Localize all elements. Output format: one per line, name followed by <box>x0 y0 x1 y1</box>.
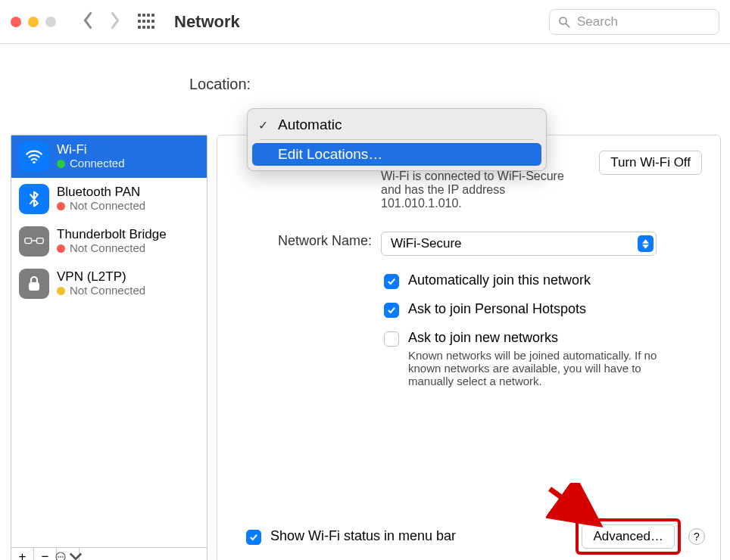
content: Location: Wi-Fi Connected <box>0 44 730 560</box>
bluetooth-icon <box>19 184 49 214</box>
svg-marker-10 <box>642 239 649 243</box>
checkmark-icon: ✓ <box>258 118 270 132</box>
lock-icon <box>19 269 49 299</box>
location-option-edit[interactable]: ✓ Edit Locations… <box>252 143 541 166</box>
svg-point-0 <box>560 17 566 24</box>
location-label: Location: <box>189 76 251 93</box>
service-status: Not Connected <box>70 200 145 213</box>
services-list[interactable]: Wi-Fi Connected Bluetooth PAN Not Connec… <box>11 135 207 547</box>
ellipsis-circle-icon <box>54 550 67 561</box>
service-detail-pane: Status: Connected Wi-Fi is connected to … <box>217 135 721 560</box>
svg-point-2 <box>33 161 35 163</box>
status-dot <box>57 244 65 253</box>
service-status: Not Connected <box>70 242 145 255</box>
service-status: Connected <box>70 157 125 170</box>
network-name-select[interactable]: WiFi-Secure <box>381 232 657 256</box>
service-name: Wi-Fi <box>57 143 125 157</box>
status-dot <box>57 287 65 295</box>
window-controls <box>11 17 56 27</box>
service-row-thunderbolt-bridge[interactable]: Thunderbolt Bridge Not Connected <box>11 220 207 263</box>
status-dot <box>57 202 65 210</box>
status-description: Wi-Fi is connected to WiFi-Secure and ha… <box>381 170 585 210</box>
show-status-menu-bar-label: Show Wi-Fi status in menu bar <box>270 528 456 544</box>
service-name: Bluetooth PAN <box>57 185 145 200</box>
service-status: Not Connected <box>70 285 145 297</box>
location-dropdown[interactable]: ✓ Automatic ✓ Edit Locations… <box>247 108 547 171</box>
ask-hotspots-label: Ask to join Personal Hotspots <box>408 301 586 317</box>
svg-point-9 <box>62 556 64 558</box>
ask-new-networks-label: Ask to join new networks <box>408 330 666 346</box>
thunderbolt-bridge-icon <box>19 226 49 257</box>
auto-join-checkbox[interactable] <box>384 274 399 289</box>
select-stepper-icon <box>638 235 654 252</box>
service-name: VPN (L2TP) <box>57 270 145 285</box>
show-status-menu-bar-checkbox[interactable] <box>246 530 261 545</box>
search-placeholder: Search <box>577 14 618 30</box>
location-option-label: Edit Locations… <box>278 146 382 163</box>
titlebar: Network Search <box>0 0 730 44</box>
svg-point-8 <box>60 556 61 558</box>
chevron-down-icon <box>69 550 83 561</box>
window-title: Network <box>174 12 240 32</box>
back-button[interactable] <box>82 11 94 33</box>
zoom-window-button[interactable] <box>45 17 56 27</box>
show-all-prefs-button[interactable] <box>138 14 154 30</box>
close-window-button[interactable] <box>11 17 21 27</box>
network-services-list: Wi-Fi Connected Bluetooth PAN Not Connec… <box>11 135 207 560</box>
svg-marker-11 <box>642 244 649 248</box>
service-name: Thunderbolt Bridge <box>57 228 167 242</box>
svg-line-1 <box>566 23 569 27</box>
network-name-value: WiFi-Secure <box>391 236 462 251</box>
minimize-window-button[interactable] <box>28 17 39 27</box>
nav-arrows <box>82 11 121 33</box>
service-row-vpn[interactable]: VPN (L2TP) Not Connected <box>11 263 207 305</box>
search-field[interactable]: Search <box>549 9 719 35</box>
network-name-label: Network Name: <box>236 232 372 256</box>
svg-rect-4 <box>36 238 43 244</box>
wifi-icon <box>19 142 49 172</box>
service-row-bluetooth-pan[interactable]: Bluetooth PAN Not Connected <box>11 178 207 220</box>
svg-line-12 <box>550 489 599 524</box>
ask-hotspots-checkbox[interactable] <box>384 303 399 318</box>
status-dot <box>57 160 65 168</box>
annotation-arrow <box>546 483 614 539</box>
service-row-wifi[interactable]: Wi-Fi Connected <box>11 135 207 178</box>
svg-point-7 <box>58 556 59 558</box>
svg-rect-5 <box>29 282 39 291</box>
service-actions-menu[interactable] <box>57 548 80 560</box>
add-service-button[interactable]: + <box>11 548 34 560</box>
turn-wifi-off-button[interactable]: Turn Wi-Fi Off <box>599 151 702 175</box>
ask-new-networks-note: Known networks will be joined automatica… <box>408 349 666 387</box>
ask-new-networks-checkbox[interactable] <box>384 331 399 347</box>
auto-join-label: Automatically join this network <box>408 272 591 288</box>
forward-button[interactable] <box>109 11 121 33</box>
location-option-automatic[interactable]: ✓ Automatic <box>252 114 541 136</box>
svg-rect-3 <box>25 238 32 244</box>
location-option-label: Automatic <box>278 117 342 133</box>
sidebar-footer: + − <box>11 547 207 560</box>
help-button[interactable]: ? <box>688 528 705 545</box>
dropdown-separator <box>260 139 534 140</box>
search-icon <box>557 15 571 29</box>
